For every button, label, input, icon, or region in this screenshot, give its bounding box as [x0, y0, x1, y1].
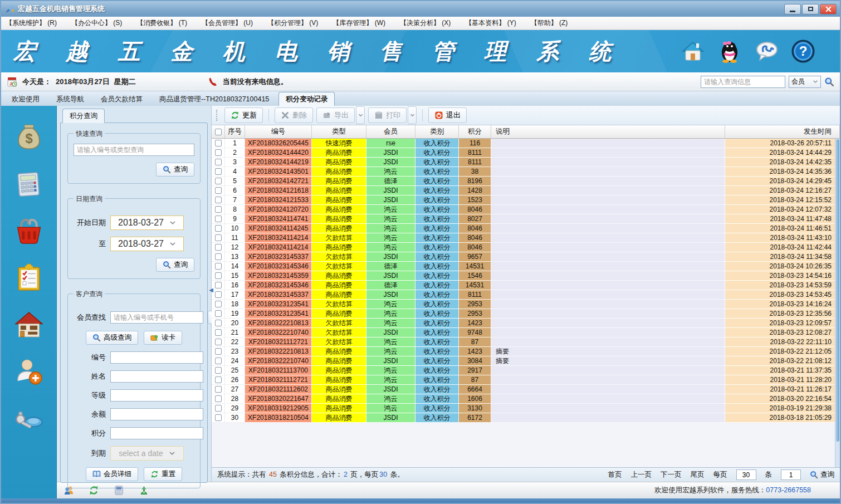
table-row[interactable]: 24XF20180322210740商品消费JSDI收入积分3084摘要2018…	[212, 356, 840, 366]
row-checkbox[interactable]	[215, 291, 222, 298]
update-button[interactable]: 更新	[224, 107, 263, 123]
expire-date-picker[interactable]: select a date	[110, 446, 184, 461]
column-header[interactable]: 序号	[225, 125, 245, 138]
table-row[interactable]: 27XF20180321112602商品消费JSDI收入积分66642018-0…	[212, 385, 840, 394]
member-detail-button[interactable]: 会员详细	[86, 467, 138, 481]
select-all-checkbox[interactable]	[215, 129, 222, 135]
table-row[interactable]: 14XF20180323145346欠款结算德泽收入积分145312018-03…	[212, 262, 840, 271]
row-checkbox[interactable]	[215, 405, 222, 412]
table-row[interactable]: 22XF20180321112721欠款结算鸿云收入积分872018-03-22…	[212, 337, 840, 347]
print-dropdown-button[interactable]	[408, 106, 417, 124]
page-search-button[interactable]: 查询	[810, 470, 834, 479]
row-checkbox[interactable]	[215, 395, 222, 402]
menu-item[interactable]: 【会员管理】 (U)	[202, 18, 253, 28]
document-tab[interactable]: 系统导航	[49, 92, 91, 106]
table-row[interactable]: 18XF20180323123541欠款结算鸿云收入积分29532018-03-…	[212, 300, 840, 309]
advanced-query-button[interactable]: 高级查询	[86, 331, 138, 345]
table-row[interactable]: 9XF20180324114741商品消费鸿云收入积分80272018-03-2…	[212, 214, 840, 224]
quick-query-button[interactable]: 查询	[156, 163, 194, 177]
read-card-button[interactable]: 读卡	[144, 331, 182, 345]
table-row[interactable]: 4XF20180324143501商品消费鸿云收入积分382018-03-24 …	[212, 167, 840, 177]
calculator-icon[interactable]	[14, 169, 44, 199]
customer-field-input[interactable]	[110, 370, 203, 383]
global-search-input[interactable]	[701, 76, 785, 88]
table-row[interactable]: 10XF20180324114245商品消费鸿云收入积分80462018-03-…	[212, 224, 840, 233]
row-checkbox[interactable]	[215, 320, 222, 326]
table-row[interactable]: 6XF20180324121618商品消费JSDI收入积分14282018-03…	[212, 186, 840, 195]
menu-item[interactable]: 【帮助】 (Z)	[531, 18, 568, 28]
delete-button[interactable]: 删除	[275, 107, 313, 123]
row-checkbox[interactable]	[215, 140, 222, 146]
table-row[interactable]: 19XF20180323123541商品消费鸿云收入积分29532018-03-…	[212, 309, 840, 319]
row-checkbox[interactable]	[215, 348, 222, 355]
table-row[interactable]: 30XF20180318210504商品消费JSDI收入积分61722018-0…	[212, 413, 840, 423]
menu-item[interactable]: 【决策分析】 (X)	[400, 18, 451, 28]
shopping-basket-icon[interactable]	[14, 216, 44, 246]
customer-field-input[interactable]	[110, 427, 203, 439]
help-icon[interactable]: ?	[791, 39, 815, 63]
house-icon[interactable]	[14, 310, 44, 340]
close-button[interactable]	[820, 4, 837, 14]
row-checkbox[interactable]	[215, 263, 222, 270]
table-row[interactable]: 25XF20180321113700商品消费鸿云收入积分29172018-03-…	[212, 366, 840, 375]
table-row[interactable]: 5XF20180324142721商品消费德泽收入积分81962018-03-2…	[212, 177, 840, 186]
table-row[interactable]: 1XF20180326205445快速消费rse收入积分1162018-03-2…	[212, 139, 840, 148]
end-date-picker[interactable]: 2018-03-27	[110, 237, 184, 251]
row-checkbox[interactable]	[215, 159, 222, 165]
table-row[interactable]: 23XF20180322210813商品消费鸿云收入积分1423摘要2018-0…	[212, 347, 840, 356]
row-checkbox[interactable]	[215, 234, 222, 241]
row-checkbox[interactable]	[215, 376, 222, 383]
menu-item[interactable]: 【积分管理】 (V)	[267, 18, 318, 28]
document-tab[interactable]: 积分变动记录	[278, 92, 335, 106]
table-row[interactable]: 2XF20180324144420商品消费JSDI收入积分81112018-03…	[212, 148, 840, 158]
per-page-input[interactable]	[736, 469, 756, 480]
customer-field-input[interactable]	[110, 351, 203, 364]
row-checkbox[interactable]	[215, 244, 222, 251]
exit-button[interactable]: 退出	[428, 107, 467, 123]
row-checkbox[interactable]	[215, 301, 222, 307]
prev-page-link[interactable]: 上一页	[631, 470, 652, 479]
document-tab[interactable]: 欢迎使用	[4, 92, 47, 106]
table-row[interactable]: 29XF20180319212905商品消费鸿云收入积分31302018-03-…	[212, 404, 840, 413]
table-row[interactable]: 15XF20180323145359商品消费JSDI收入积分15462018-0…	[212, 271, 840, 281]
query-panel-tab[interactable]: 积分查询	[62, 109, 105, 123]
key-icon[interactable]	[14, 403, 44, 433]
table-row[interactable]: 8XF20180324120720商品消费鸿云收入积分80462018-03-2…	[212, 205, 840, 214]
table-row[interactable]: 12XF20180324114214商品消费鸿云收入积分80462018-03-…	[212, 243, 840, 252]
table-row[interactable]: 13XF20180323145337欠款结算JSDI收入积分96572018-0…	[212, 252, 840, 262]
customer-field-input[interactable]	[110, 408, 203, 420]
home-icon[interactable]	[681, 39, 705, 63]
column-header[interactable]: 会员	[366, 125, 415, 138]
document-tab[interactable]: 商品退货管理--TH20180327100415	[152, 92, 276, 106]
column-header[interactable]: 说明	[491, 125, 725, 138]
row-checkbox[interactable]	[215, 149, 222, 156]
page-number-input[interactable]	[781, 469, 801, 480]
message-icon[interactable]	[754, 39, 779, 63]
add-member-icon[interactable]	[14, 356, 44, 386]
table-row[interactable]: 21XF20180322210740欠款结算JSDI收入积分97482018-0…	[212, 328, 840, 337]
next-page-link[interactable]: 下一页	[661, 470, 682, 479]
vertical-scrollbar[interactable]	[835, 139, 840, 467]
column-header[interactable]: 积分	[459, 125, 491, 138]
row-checkbox[interactable]	[215, 168, 222, 175]
row-checkbox[interactable]	[215, 225, 222, 232]
print-button[interactable]: 打印	[368, 107, 407, 123]
last-page-link[interactable]: 尾页	[691, 470, 705, 479]
maximize-button[interactable]	[802, 4, 819, 14]
row-checkbox[interactable]	[215, 178, 222, 184]
menu-item[interactable]: 【办公中心】 (S)	[71, 18, 122, 28]
member-search-input[interactable]	[110, 311, 203, 324]
table-row[interactable]: 28XF20180320221647商品消费鸿云收入积分16062018-03-…	[212, 394, 840, 404]
panel-collapse-arrow[interactable]: ◀	[208, 279, 214, 301]
table-row[interactable]: 20XF20180322210813欠款结算鸿云收入积分14232018-03-…	[212, 319, 840, 328]
table-row[interactable]: 11XF20180324114214欠款结算鸿云收入积分80462018-03-…	[212, 233, 840, 243]
row-checkbox[interactable]	[215, 272, 222, 279]
row-checkbox[interactable]	[215, 386, 222, 393]
row-checkbox[interactable]	[215, 310, 222, 317]
menu-item[interactable]: 【消费收银】 (T)	[136, 18, 187, 28]
customer-field-input[interactable]	[110, 389, 203, 402]
qq-icon[interactable]	[717, 39, 742, 63]
table-row[interactable]: 3XF20180324144219商品消费JSDI收入积分81112018-03…	[212, 158, 840, 167]
row-checkbox[interactable]	[215, 253, 222, 260]
row-checkbox[interactable]	[215, 197, 222, 203]
